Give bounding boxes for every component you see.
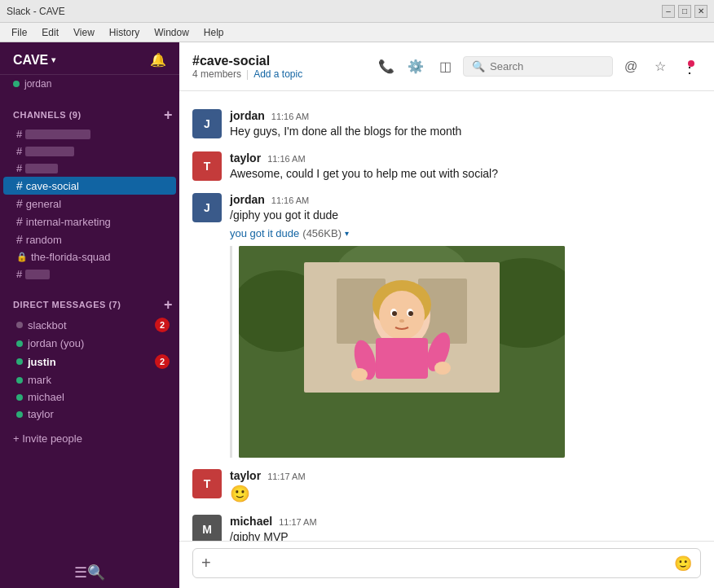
menu-help[interactable]: Help (197, 25, 231, 40)
blurred-channel-name (25, 147, 74, 156)
sidebar-item-internal-marketing[interactable]: # internal-marketing (3, 213, 176, 230)
channel-search-box[interactable]: 🔍 (463, 56, 613, 77)
blurred-channel-name (25, 129, 90, 139)
channel-title-area: #cave-social 4 members | Add a topic (192, 54, 302, 80)
maximize-button[interactable]: □ (678, 5, 691, 18)
minimize-button[interactable]: – (662, 5, 675, 18)
message-text: Awesome, could I get you to help me out … (230, 166, 701, 182)
search-icon: 🔍 (472, 60, 485, 72)
svg-point-22 (434, 362, 451, 375)
message-content: michael 11:17 AM /giphy MVP (230, 515, 701, 541)
header-actions: 📞 ⚙️ ◫ 🔍 @ ☆ ⋮ (375, 55, 701, 78)
workspace-name-button[interactable]: CAVE ▾ (13, 53, 55, 68)
channel-name: the-florida-squad (31, 251, 111, 263)
dm-mark[interactable]: mark (3, 371, 176, 388)
message-group: T taylor 11:17 AM 🙂 (192, 464, 701, 508)
sidebar-item-cave-social[interactable]: # cave-social (3, 177, 176, 195)
avatar: J (192, 193, 222, 222)
message-username: taylor (230, 469, 261, 482)
dm-status-dot (16, 411, 23, 418)
message-text: /giphy you got it dude (230, 208, 701, 224)
message-time: 11:17 AM (279, 517, 316, 527)
message-username: jordan (230, 193, 265, 206)
window-controls: – □ ✕ (662, 5, 707, 18)
invite-people-button[interactable]: + Invite people (0, 426, 179, 451)
user-status: jordan (0, 75, 179, 96)
dm-justin[interactable]: justin 2 (3, 352, 176, 371)
more-actions-button[interactable]: ⋮ (678, 55, 701, 78)
add-dm-button[interactable]: + (164, 297, 173, 312)
message-time: 11:16 AM (267, 154, 305, 164)
settings-icon-button[interactable]: ⚙️ (404, 55, 427, 78)
message-group: M michael 11:17 AM /giphy MVP (192, 510, 701, 541)
invite-label: + Invite people (13, 432, 82, 445)
channels-section-header[interactable]: CHANNELS (9) + (0, 106, 179, 125)
message-content: jordan 11:16 AM Hey guys, I'm done all t… (230, 109, 701, 140)
notification-dot (688, 60, 694, 67)
hash-icon: # (16, 179, 23, 192)
lock-icon: 🔒 (16, 252, 28, 262)
channel-name: random (26, 234, 62, 246)
dm-left: justin (16, 356, 56, 368)
dm-jordan[interactable]: jordan (you) (3, 335, 176, 352)
close-button[interactable]: ✕ (694, 5, 707, 18)
input-area: + 🙂 (179, 541, 714, 588)
avatar: J (192, 109, 222, 138)
dm-name: jordan (you) (28, 337, 84, 349)
sidebar: CAVE ▾ 🔔 jordan CHANNELS (9) + # # (0, 42, 179, 588)
dm-left: mark (16, 374, 51, 386)
add-channel-button[interactable]: + (164, 108, 173, 122)
menu-history[interactable]: History (103, 25, 146, 40)
message-header: taylor 11:17 AM (230, 469, 701, 482)
hash-icon: # (16, 268, 22, 280)
message-header: taylor 11:16 AM (230, 151, 701, 165)
star-icon-button[interactable]: ☆ (649, 55, 672, 78)
dm-left: slackbot (16, 319, 67, 331)
dm-section-header[interactable]: DIRECT MESSAGES (7) + (0, 296, 179, 315)
sidebar-item-random[interactable]: # random (3, 230, 176, 248)
message-username: michael (230, 515, 272, 528)
menu-file[interactable]: File (5, 25, 33, 40)
dm-left: taylor (16, 408, 54, 420)
message-text: Hey guys, I'm done all the blogs for the… (230, 124, 701, 140)
menu-edit[interactable]: Edit (35, 25, 65, 40)
channel-header: #cave-social 4 members | Add a topic 📞 ⚙… (179, 42, 714, 91)
workspace-label: CAVE (13, 53, 48, 68)
emoji-picker-button[interactable]: 🙂 (674, 555, 692, 573)
channel-name-header: #cave-social (192, 54, 302, 68)
menu-view[interactable]: View (67, 25, 101, 40)
sidebar-item-general[interactable]: # general (3, 195, 176, 213)
svg-point-16 (408, 311, 413, 316)
add-attachment-button[interactable]: + (201, 554, 211, 573)
sidebar-footer: ☰🔍 (0, 557, 179, 588)
window-title: Slack - CAVE (7, 6, 65, 17)
menu-window[interactable]: Window (148, 25, 196, 40)
layout-icon-button[interactable]: ◫ (434, 55, 456, 78)
giphy-link[interactable]: you got it dude (456KB) ▾ (230, 227, 349, 239)
dm-michael[interactable]: michael (3, 388, 176, 406)
sidebar-item-the-florida-squad[interactable]: 🔒 the-florida-squad (3, 248, 176, 265)
message-time: 11:16 AM (271, 195, 309, 205)
bell-icon[interactable]: 🔔 (150, 52, 166, 68)
message-time: 11:17 AM (267, 472, 305, 481)
hash-icon: # (16, 145, 22, 157)
phone-icon-button[interactable]: 📞 (375, 55, 398, 78)
dm-slackbot[interactable]: slackbot 2 (3, 315, 176, 335)
avatar: M (192, 515, 222, 541)
messages-area: J jordan 11:16 AM Hey guys, I'm done all… (179, 91, 714, 541)
at-icon-button[interactable]: @ (619, 55, 642, 78)
giphy-size: (456KB) (302, 227, 342, 239)
channel-name: cave-social (26, 180, 79, 192)
dm-left: michael (16, 391, 64, 403)
search-history-icon[interactable]: ☰🔍 (74, 564, 105, 581)
gif-container: YOU GOT IT DUDE! (230, 246, 701, 458)
channel-blurred-3: # (3, 160, 176, 177)
message-input[interactable] (218, 557, 668, 570)
dm-name: mark (28, 374, 51, 386)
channel-name-text: #cave-social (192, 54, 270, 68)
add-topic-link[interactable]: Add a topic (253, 68, 302, 80)
dm-badge: 2 (155, 318, 170, 332)
more-actions-wrapper: ⋮ (678, 55, 701, 78)
dm-taylor[interactable]: taylor (3, 406, 176, 423)
search-input[interactable] (490, 60, 604, 72)
